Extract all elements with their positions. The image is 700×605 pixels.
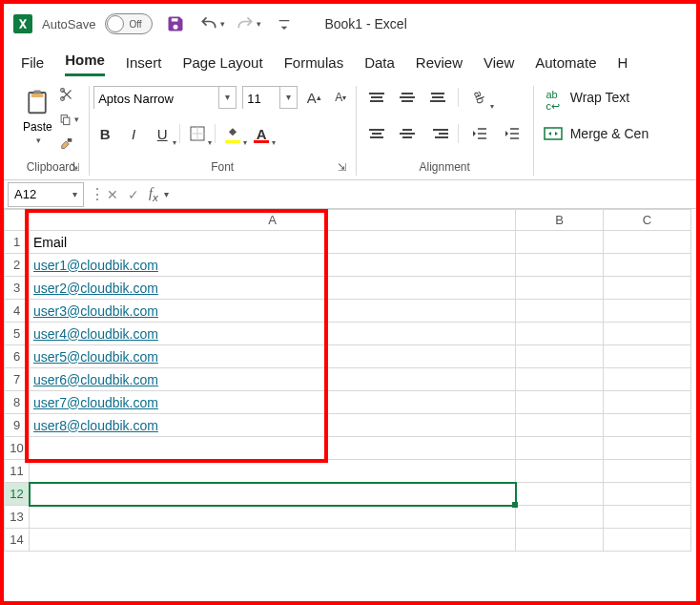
cell[interactable] xyxy=(516,529,604,552)
cell[interactable] xyxy=(516,300,604,323)
cell[interactable] xyxy=(604,414,691,437)
cell[interactable] xyxy=(604,391,691,414)
row-header[interactable]: 9 xyxy=(5,414,30,437)
row-header[interactable]: 6 xyxy=(5,345,30,368)
cancel-formula-icon[interactable]: ✕ xyxy=(107,187,118,202)
email-link[interactable]: user4@cloudbik.com xyxy=(33,326,158,342)
chevron-down-icon[interactable]: ▾ xyxy=(218,87,236,108)
spreadsheet-grid[interactable]: ABC1Email2user1@cloudbik.com3user2@cloud… xyxy=(4,209,696,601)
orientation-button[interactable]: ab▾ xyxy=(468,86,491,109)
email-link[interactable]: user6@cloudbik.com xyxy=(33,372,158,387)
cell[interactable] xyxy=(604,277,691,300)
paste-button[interactable]: Paste ▾ xyxy=(23,86,52,145)
dialog-launcher-icon[interactable]: ⇲ xyxy=(71,161,79,174)
cell[interactable] xyxy=(516,391,604,414)
save-button[interactable] xyxy=(162,10,189,37)
cell[interactable]: user2@cloudbik.com xyxy=(30,277,516,300)
cell[interactable] xyxy=(30,529,516,552)
row-header[interactable]: 2 xyxy=(5,254,30,277)
cell[interactable] xyxy=(604,460,691,483)
row-header[interactable]: 4 xyxy=(5,300,30,323)
cell[interactable] xyxy=(516,277,604,300)
cell[interactable] xyxy=(30,437,516,460)
cell[interactable] xyxy=(516,460,604,483)
increase-indent-button[interactable] xyxy=(501,122,524,145)
align-left-button[interactable] xyxy=(366,123,387,144)
bold-button[interactable]: B xyxy=(93,122,116,145)
column-header-C[interactable]: C xyxy=(604,210,691,231)
font-name-input[interactable] xyxy=(94,87,218,110)
format-painter-button[interactable] xyxy=(58,136,79,153)
email-link[interactable]: user3@cloudbik.com xyxy=(33,303,158,319)
column-header-B[interactable]: B xyxy=(516,210,604,231)
cell[interactable]: user1@cloudbik.com xyxy=(30,254,516,277)
email-link[interactable]: user7@cloudbik.com xyxy=(33,395,158,410)
cell[interactable]: user3@cloudbik.com xyxy=(30,300,516,323)
cell[interactable] xyxy=(516,231,604,254)
italic-button[interactable]: I xyxy=(122,122,145,145)
chevron-down-icon[interactable]: ▾ xyxy=(72,189,77,199)
cell[interactable]: user6@cloudbik.com xyxy=(30,368,516,391)
tab-formulas[interactable]: Formulas xyxy=(284,54,344,76)
cell[interactable] xyxy=(516,437,604,460)
cell[interactable] xyxy=(30,460,516,483)
autosave-toggle[interactable]: Off xyxy=(105,13,153,34)
dialog-launcher-icon[interactable]: ⇲ xyxy=(338,161,346,174)
row-header[interactable]: 8 xyxy=(5,391,30,414)
font-size-input[interactable] xyxy=(243,87,279,110)
align-center-button[interactable] xyxy=(397,123,418,144)
cell[interactable] xyxy=(604,300,691,323)
cell[interactable] xyxy=(30,483,516,506)
cell[interactable] xyxy=(604,345,691,368)
tab-view[interactable]: View xyxy=(484,54,514,76)
cell[interactable] xyxy=(30,506,516,529)
chevron-down-icon[interactable]: ▾ xyxy=(279,87,297,108)
cell[interactable]: user4@cloudbik.com xyxy=(30,323,516,345)
row-header[interactable]: 1 xyxy=(5,231,30,254)
name-box[interactable]: A12 ▾ xyxy=(8,182,84,207)
undo-button[interactable]: ▾ xyxy=(198,10,225,37)
cell[interactable] xyxy=(604,368,691,391)
email-link[interactable]: user2@cloudbik.com xyxy=(33,281,158,296)
column-header-A[interactable]: A xyxy=(30,210,516,231)
email-link[interactable]: user8@cloudbik.com xyxy=(33,418,158,433)
tab-h[interactable]: H xyxy=(617,54,628,76)
tab-home[interactable]: Home xyxy=(65,52,105,76)
tab-file[interactable]: File xyxy=(21,54,44,76)
redo-button[interactable]: ▾ xyxy=(235,10,261,37)
row-header[interactable]: 13 xyxy=(5,506,30,529)
merge-center-button[interactable]: Merge & Cen xyxy=(544,124,649,143)
tab-data[interactable]: Data xyxy=(364,54,395,76)
row-header[interactable]: 5 xyxy=(5,323,30,345)
font-color-button[interactable]: A▾ xyxy=(250,122,273,145)
row-header[interactable]: 11 xyxy=(5,460,30,483)
decrease-font-size-button[interactable]: A▾ xyxy=(330,87,351,108)
select-all-corner[interactable] xyxy=(5,210,30,231)
increase-font-size-button[interactable]: A▴ xyxy=(303,87,324,108)
cell[interactable] xyxy=(604,506,691,529)
cell[interactable] xyxy=(516,483,604,506)
align-middle-button[interactable] xyxy=(397,87,418,108)
cell[interactable] xyxy=(604,323,691,345)
cell[interactable] xyxy=(516,345,604,368)
chevron-down-icon[interactable]: ▾ xyxy=(164,189,169,199)
formula-input[interactable] xyxy=(175,183,696,206)
tab-page-layout[interactable]: Page Layout xyxy=(182,54,262,76)
align-right-button[interactable] xyxy=(427,123,448,144)
cell[interactable] xyxy=(604,254,691,277)
underline-button[interactable]: U▾ xyxy=(151,122,174,145)
cell[interactable] xyxy=(516,368,604,391)
row-header[interactable]: 14 xyxy=(5,529,30,552)
row-header[interactable]: 12 xyxy=(5,483,30,506)
qat-customize-button[interactable] xyxy=(271,10,298,37)
fill-color-button[interactable]: ▾ xyxy=(221,122,244,145)
fx-icon[interactable]: fx xyxy=(149,186,158,203)
tab-insert[interactable]: Insert xyxy=(126,54,162,76)
email-link[interactable]: user5@cloudbik.com xyxy=(33,349,158,365)
wrap-text-button[interactable]: abc↩ Wrap Text xyxy=(544,88,630,107)
cell[interactable] xyxy=(604,529,691,552)
row-header[interactable]: 10 xyxy=(5,437,30,460)
enter-formula-icon[interactable]: ✓ xyxy=(128,187,139,202)
cell[interactable] xyxy=(516,506,604,529)
cell[interactable] xyxy=(516,414,604,437)
